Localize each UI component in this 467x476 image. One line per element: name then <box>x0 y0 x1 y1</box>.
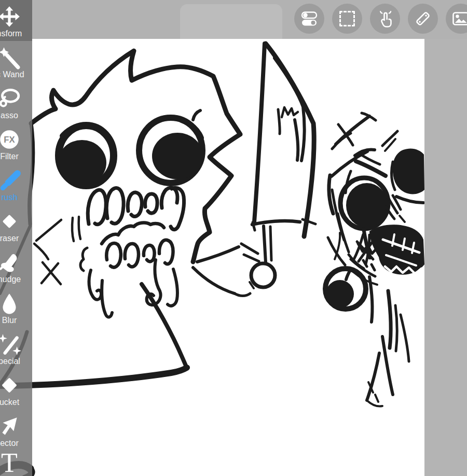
marquee-select-button[interactable] <box>332 4 362 34</box>
toolbar-buttons <box>294 4 467 34</box>
toggles-button[interactable] <box>294 4 324 34</box>
tool-label: asso <box>1 111 18 120</box>
tool-label: raser <box>0 234 19 243</box>
sidebar-item-smudge[interactable]: nudge <box>0 246 32 287</box>
tool-label: nsform <box>0 29 22 38</box>
sidebar-item-transform[interactable]: nsform <box>0 0 32 41</box>
ruler-icon <box>414 9 432 28</box>
sidebar-item-blur[interactable]: Blur <box>0 287 32 328</box>
sidebar-item-brush[interactable]: rush <box>0 164 32 205</box>
tool-label: ector <box>0 439 19 448</box>
sidebar-item-text[interactable]: T <box>0 451 32 476</box>
tool-label: nudge <box>0 275 21 284</box>
tool-sidebar: nsform ic Wand asso <box>0 0 32 476</box>
eraser-icon <box>0 209 21 234</box>
app-window: nsform ic Wand asso <box>0 0 467 476</box>
sidebar-item-selector[interactable]: ector <box>0 410 32 451</box>
bucket-icon <box>0 373 21 398</box>
tool-label: ucket <box>0 398 19 407</box>
water-drop-icon <box>0 291 21 316</box>
image-button[interactable] <box>446 4 467 34</box>
tool-label: Filter <box>0 152 19 161</box>
touch-hand-icon <box>376 9 394 28</box>
touch-gesture-button[interactable] <box>370 4 400 34</box>
toolbar-panel <box>180 4 282 39</box>
image-icon <box>451 9 467 28</box>
canvas-right-gutter <box>424 0 467 476</box>
move-icon <box>0 4 21 29</box>
sidebar-item-bucket[interactable]: ucket <box>0 369 32 410</box>
drawing-canvas[interactable] <box>0 0 467 476</box>
cursor-arrow-icon <box>0 414 21 439</box>
magic-wand-icon <box>0 45 21 70</box>
sidebar-item-eraser[interactable]: raser <box>0 205 32 246</box>
smudge-hand-icon <box>0 250 21 275</box>
sidebar-item-lasso[interactable]: asso <box>0 82 32 123</box>
lasso-icon <box>0 86 21 111</box>
text-tool-icon: T <box>1 450 18 476</box>
fx-icon-text: FX <box>4 135 15 145</box>
tool-label: rush <box>1 193 17 202</box>
tool-label: ic Wand <box>0 70 24 79</box>
tool-label: pecial <box>0 357 20 366</box>
top-toolbar <box>0 0 467 39</box>
toggles-icon <box>300 10 318 27</box>
tool-label: Blur <box>2 316 17 325</box>
sparkle-pen-icon <box>0 332 21 357</box>
marquee-icon <box>339 11 355 26</box>
ruler-button[interactable] <box>408 4 438 34</box>
sidebar-item-filter[interactable]: FX Filter <box>0 123 32 164</box>
fx-icon: FX <box>0 127 21 152</box>
brush-icon <box>0 168 21 193</box>
sidebar-item-magic-wand[interactable]: ic Wand <box>0 41 32 82</box>
sidebar-item-special[interactable]: pecial <box>0 328 32 369</box>
